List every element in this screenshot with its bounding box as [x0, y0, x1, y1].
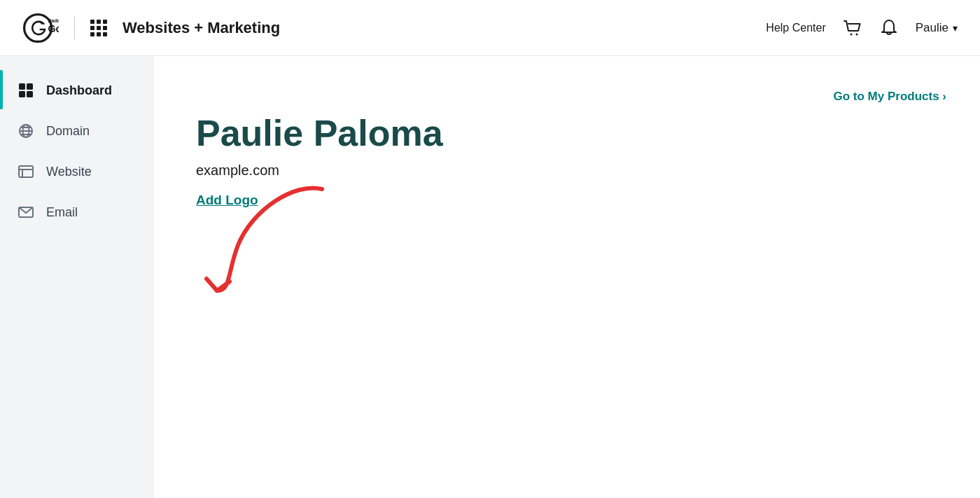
header-divider [74, 17, 75, 39]
sidebar-item-dashboard[interactable]: Dashboard [0, 70, 154, 111]
website-icon [17, 162, 35, 181]
sidebar-item-domain[interactable]: Domain [0, 111, 154, 151]
svg-text:Go: Go [48, 22, 59, 34]
svg-text:Daddy: Daddy [48, 18, 59, 23]
profile-domain: example.com [196, 162, 938, 179]
godaddy-logo: Go Daddy [22, 13, 59, 43]
svg-rect-14 [19, 166, 33, 177]
sidebar-email-label: Email [46, 205, 78, 220]
sidebar-item-email[interactable]: Email [0, 192, 154, 233]
apps-grid-icon[interactable] [90, 20, 107, 36]
sidebar-dashboard-label: Dashboard [46, 83, 112, 98]
profile-name: Paulie Paloma [196, 112, 938, 154]
header-right: Help Center Paulie ▾ [766, 18, 958, 38]
svg-rect-7 [19, 91, 25, 97]
domain-icon [17, 122, 35, 140]
help-center-link[interactable]: Help Center [766, 22, 825, 34]
header: Go Daddy Websites + Marketing Help Cente… [0, 0, 980, 56]
user-menu-chevron: ▾ [953, 22, 958, 34]
sidebar-item-website[interactable]: Website [0, 151, 154, 192]
header-left: Go Daddy Websites + Marketing [22, 13, 280, 43]
bell-button[interactable] [879, 18, 899, 38]
main-content: Go to My Products › Paulie Paloma exampl… [154, 56, 980, 498]
cart-icon [843, 18, 862, 38]
email-icon [17, 203, 35, 221]
dashboard-icon [17, 81, 35, 99]
svg-rect-6 [27, 83, 33, 90]
sidebar: Dashboard Domain [0, 56, 154, 498]
logo-area[interactable]: Go Daddy [22, 13, 59, 43]
annotation-arrow [196, 168, 350, 308]
cart-button[interactable] [843, 18, 862, 38]
bell-icon [879, 18, 899, 38]
svg-rect-5 [19, 83, 25, 90]
add-logo-link[interactable]: Add Logo [196, 193, 258, 207]
svg-point-3 [850, 33, 852, 35]
sidebar-website-label: Website [46, 165, 92, 179]
svg-point-4 [855, 33, 858, 35]
user-menu[interactable]: Paulie ▾ [916, 21, 958, 35]
active-indicator [0, 70, 3, 109]
user-name: Paulie [916, 21, 948, 35]
goto-products-link[interactable]: Go to My Products › [834, 90, 947, 104]
product-title: Websites + Marketing [122, 19, 280, 37]
sidebar-domain-label: Domain [46, 124, 90, 139]
main-layout: Dashboard Domain [0, 56, 980, 498]
svg-rect-8 [27, 91, 33, 97]
